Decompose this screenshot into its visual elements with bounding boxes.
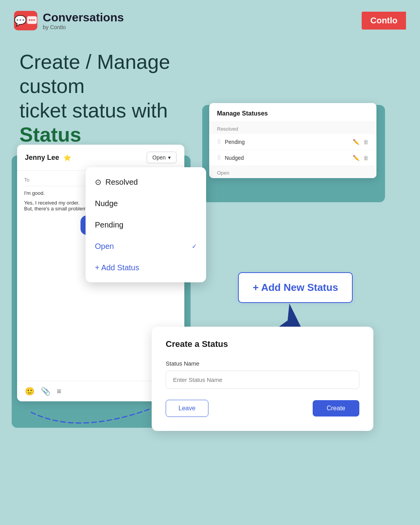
list-icon[interactable]: ≡: [57, 387, 61, 396]
status-name-label: Status Name: [166, 360, 359, 367]
status-dropdown: ⊙ Resolved Nudge Pending Open ✓ + Add St…: [86, 167, 206, 282]
drag-handle-pending[interactable]: ⠿: [217, 139, 220, 145]
open-section-label: Open: [209, 166, 376, 178]
logo-title: Conversations: [43, 11, 124, 24]
pending-row-label: Pending: [225, 139, 348, 145]
heading-bold1: Status: [19, 123, 81, 146]
svg-point-1: [29, 19, 30, 21]
heading-line2: ticket status with: [19, 99, 168, 122]
manage-statuses-card: Manage Statuses Resolved ⠿ Pending ✏️ 🗑 …: [209, 103, 376, 178]
status-name-input[interactable]: [166, 371, 359, 389]
dropdown-pending[interactable]: Pending: [86, 214, 206, 236]
contlo-badge: Contlo: [362, 12, 406, 30]
create-status-card: Create a Status Status Name Leave Create: [152, 327, 373, 431]
add-new-status-button[interactable]: + Add New Status: [238, 272, 353, 303]
create-title: Create a Status: [166, 339, 359, 349]
chat-user: Jenny Lee ⭐: [25, 154, 71, 162]
create-button[interactable]: Create: [313, 400, 359, 416]
pending-actions: ✏️ 🗑: [353, 139, 369, 145]
svg-point-2: [31, 19, 33, 21]
star-icon: ⭐: [63, 154, 71, 161]
manage-row-nudged: ⠿ Nudged ✏️ 🗑: [209, 150, 376, 166]
attach-icon[interactable]: 📎: [41, 387, 51, 396]
add-status-label: + Add Status: [95, 263, 139, 272]
open-label: Open: [95, 242, 114, 251]
nudged-actions: ✏️ 🗑: [353, 155, 369, 161]
dropdown-nudge[interactable]: Nudge: [86, 193, 206, 214]
header: Conversations by Contlo Contlo: [0, 0, 420, 30]
leave-button[interactable]: Leave: [166, 400, 208, 417]
manage-row-pending: ⠿ Pending ✏️ 🗑: [209, 134, 376, 150]
heading-line1: Create / Manage custom: [19, 51, 170, 97]
drag-handle-nudged[interactable]: ⠿: [217, 155, 220, 161]
form-actions: Leave Create: [166, 400, 359, 417]
status-arrow-icon: ▾: [168, 154, 171, 161]
resolved-section-label: Resolved: [209, 122, 376, 134]
nudge-label: Nudge: [95, 199, 118, 208]
resolved-icon: ⊙: [95, 177, 102, 187]
chat-user-name: Jenny Lee: [25, 154, 59, 161]
svg-point-3: [33, 19, 35, 21]
status-label: Open: [152, 154, 166, 161]
logo-text: Conversations by Contlo: [43, 11, 124, 30]
logo-icon: [14, 11, 37, 30]
dropdown-resolved[interactable]: ⊙ Resolved: [86, 171, 206, 193]
resolved-label: Resolved: [105, 178, 138, 187]
dropdown-open[interactable]: Open ✓: [86, 236, 206, 257]
checkmark-icon: ✓: [192, 243, 197, 250]
chat-header: Jenny Lee ⭐ Open ▾: [17, 145, 184, 171]
edit-nudged-icon[interactable]: ✏️: [353, 155, 359, 161]
emoji-icon[interactable]: 🙂: [25, 387, 35, 396]
dropdown-add-status[interactable]: + Add Status: [86, 257, 206, 278]
delete-pending-icon[interactable]: 🗑: [363, 139, 369, 145]
nudged-row-label: Nudged: [225, 155, 348, 161]
status-badge[interactable]: Open ▾: [147, 152, 177, 163]
delete-nudged-icon[interactable]: 🗑: [363, 155, 369, 161]
logo-subtitle: by Contlo: [43, 24, 124, 30]
edit-pending-icon[interactable]: ✏️: [353, 139, 359, 145]
manage-title: Manage Statuses: [209, 103, 376, 122]
logo-area: Conversations by Contlo: [14, 11, 124, 30]
pending-label: Pending: [95, 220, 123, 229]
